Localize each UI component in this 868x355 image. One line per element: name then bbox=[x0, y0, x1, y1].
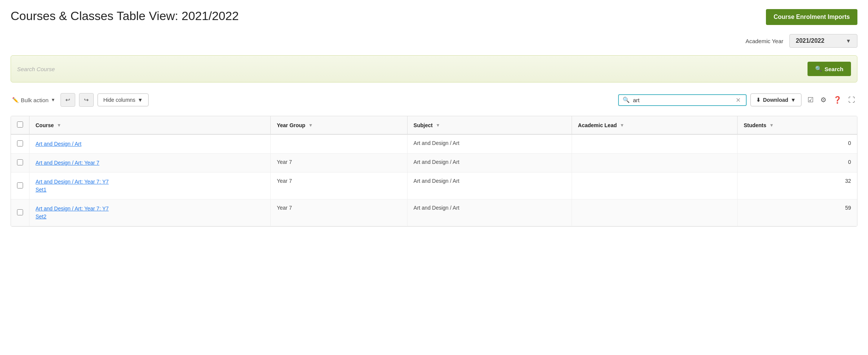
download-icon: ⬇ bbox=[756, 97, 761, 103]
bulk-action-button[interactable]: ✏️ Bulk action ▼ bbox=[11, 94, 57, 106]
search-bar-wrapper: 🔍 Search bbox=[11, 55, 857, 83]
header-students[interactable]: Students ▼ bbox=[738, 116, 857, 134]
row-checkbox-cell bbox=[11, 199, 29, 226]
settings-button[interactable]: ⚙ bbox=[818, 93, 829, 106]
row-course: Art and Design / Art: Year 7: Y7Set2 bbox=[29, 199, 271, 226]
search-button[interactable]: 🔍 Search bbox=[808, 62, 851, 76]
row-year-group: Year 7 bbox=[271, 199, 408, 226]
course-link-line1[interactable]: Art and Design / Art: Year 7: Y7 bbox=[36, 178, 264, 186]
filter-search-wrapper: 🔍 ✕ bbox=[618, 94, 747, 106]
row-checkbox[interactable] bbox=[17, 209, 23, 215]
expand-icon: ⛶ bbox=[848, 96, 855, 104]
header-subject[interactable]: Subject ▼ bbox=[407, 116, 572, 134]
course-link-line2[interactable]: Set2 bbox=[36, 213, 264, 221]
row-academic-lead bbox=[572, 199, 737, 226]
header-year-group[interactable]: Year Group ▼ bbox=[271, 116, 408, 134]
academic-year-label: Academic Year bbox=[746, 38, 783, 44]
gear-icon: ⚙ bbox=[820, 96, 826, 104]
row-course: Art and Design / Art: Year 7 bbox=[29, 154, 271, 173]
row-subject: Art and Design / Art bbox=[407, 154, 572, 173]
courses-table: Course ▼ Year Group ▼ Subject ▼ bbox=[11, 116, 857, 226]
row-students: 32 bbox=[738, 173, 857, 199]
checkmark-button[interactable]: ☑ bbox=[805, 93, 816, 106]
chevron-down-icon: ▼ bbox=[138, 97, 143, 103]
academic-year-value: 2021/2022 bbox=[796, 37, 825, 44]
row-course: Art and Design / Art bbox=[29, 134, 271, 154]
row-academic-lead bbox=[572, 154, 737, 173]
row-checkbox-cell bbox=[11, 173, 29, 199]
sort-icon-academic-lead: ▼ bbox=[620, 123, 625, 128]
course-link-line1[interactable]: Art and Design / Art bbox=[36, 140, 264, 148]
chevron-down-icon: ▼ bbox=[790, 97, 796, 103]
row-year-group: Year 7 bbox=[271, 173, 408, 199]
pencil-icon: ✏️ bbox=[12, 97, 19, 103]
search-course-input[interactable] bbox=[17, 66, 803, 72]
academic-year-select[interactable]: 2021/2022 ▼ bbox=[789, 34, 857, 48]
header-academic-lead[interactable]: Academic Lead ▼ bbox=[572, 116, 737, 134]
course-link-line2[interactable]: Set1 bbox=[36, 186, 264, 194]
row-subject: Art and Design / Art bbox=[407, 199, 572, 226]
redo-icon: ↪ bbox=[84, 97, 89, 103]
header-row: Courses & Classes Table View: 2021/2022 … bbox=[11, 9, 857, 25]
chevron-down-icon: ▼ bbox=[846, 38, 851, 44]
row-subject: Art and Design / Art bbox=[407, 173, 572, 199]
course-link-line1[interactable]: Art and Design / Art: Year 7 bbox=[36, 159, 264, 167]
row-students: 0 bbox=[738, 154, 857, 173]
redo-button[interactable]: ↪ bbox=[79, 93, 94, 107]
filter-search-input[interactable] bbox=[633, 97, 734, 103]
help-icon: ❓ bbox=[833, 96, 842, 104]
sort-icon-subject: ▼ bbox=[436, 123, 440, 128]
undo-button[interactable]: ↩ bbox=[60, 93, 75, 107]
course-enrolment-button[interactable]: Course Enrolment Imports bbox=[766, 9, 857, 25]
toolbar: ✏️ Bulk action ▼ ↩ ↪ Hide columns ▼ 🔍 ✕ … bbox=[11, 90, 857, 110]
row-checkbox[interactable] bbox=[17, 140, 23, 146]
download-button[interactable]: ⬇ Download ▼ bbox=[750, 93, 801, 106]
checkmark-icon: ☑ bbox=[808, 96, 814, 104]
row-students: 59 bbox=[738, 199, 857, 226]
table-wrapper: Course ▼ Year Group ▼ Subject ▼ bbox=[11, 116, 857, 227]
hide-columns-button[interactable]: Hide columns ▼ bbox=[98, 93, 149, 106]
header-checkbox-col bbox=[11, 116, 29, 134]
row-checkbox[interactable] bbox=[17, 159, 23, 165]
sort-icon-students: ▼ bbox=[769, 123, 774, 128]
table-row: Art and Design / ArtArt and Design / Art… bbox=[11, 134, 857, 154]
select-all-checkbox[interactable] bbox=[17, 121, 23, 128]
row-subject: Art and Design / Art bbox=[407, 134, 572, 154]
table-row: Art and Design / Art: Year 7Year 7Art an… bbox=[11, 154, 857, 173]
row-students: 0 bbox=[738, 134, 857, 154]
table-row: Art and Design / Art: Year 7: Y7Set2Year… bbox=[11, 199, 857, 226]
row-year-group: Year 7 bbox=[271, 154, 408, 173]
row-academic-lead bbox=[572, 173, 737, 199]
filter-search-icon: 🔍 bbox=[623, 97, 630, 103]
page-title: Courses & Classes Table View: 2021/2022 bbox=[11, 9, 239, 23]
help-button[interactable]: ❓ bbox=[831, 93, 844, 106]
row-course: Art and Design / Art: Year 7: Y7Set1 bbox=[29, 173, 271, 199]
table-header-row: Course ▼ Year Group ▼ Subject ▼ bbox=[11, 116, 857, 134]
sort-icon-year-group: ▼ bbox=[308, 123, 313, 128]
header-course[interactable]: Course ▼ bbox=[29, 116, 271, 134]
row-checkbox[interactable] bbox=[17, 182, 23, 188]
row-year-group bbox=[271, 134, 408, 154]
course-link-line1[interactable]: Art and Design / Art: Year 7: Y7 bbox=[36, 205, 264, 213]
chevron-down-icon: ▼ bbox=[51, 97, 55, 103]
academic-year-row: Academic Year 2021/2022 ▼ bbox=[11, 34, 857, 48]
filter-clear-button[interactable]: ✕ bbox=[734, 97, 742, 104]
table-row: Art and Design / Art: Year 7: Y7Set1Year… bbox=[11, 173, 857, 199]
undo-icon: ↩ bbox=[65, 97, 70, 103]
sort-icon-course: ▼ bbox=[57, 123, 61, 128]
expand-button[interactable]: ⛶ bbox=[846, 94, 857, 106]
row-checkbox-cell bbox=[11, 134, 29, 154]
toolbar-right-icons: ☑ ⚙ ❓ ⛶ bbox=[805, 93, 857, 106]
search-icon: 🔍 bbox=[815, 65, 822, 72]
row-academic-lead bbox=[572, 134, 737, 154]
row-checkbox-cell bbox=[11, 154, 29, 173]
